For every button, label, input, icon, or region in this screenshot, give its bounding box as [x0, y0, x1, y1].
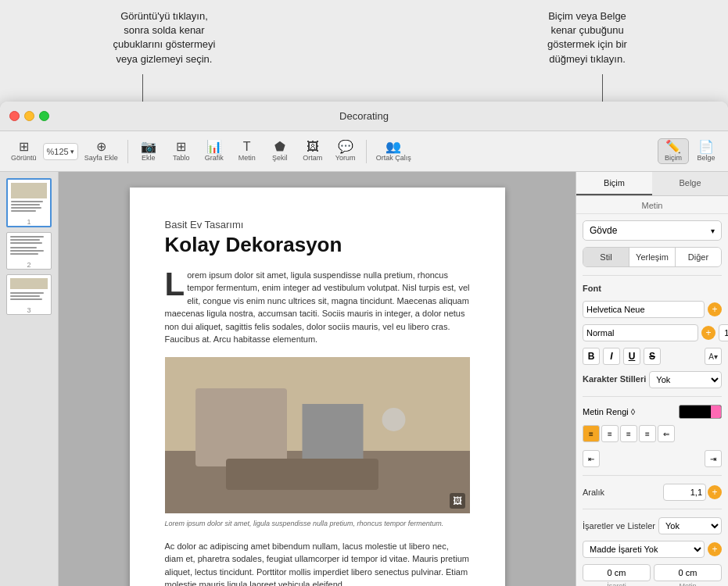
format-icon: ✏️	[665, 141, 681, 153]
doc-page: Basit Ev Tasarımı Kolay Dekorasyon L ore…	[130, 188, 505, 586]
color-row: Metin Rengi ◊	[583, 405, 722, 419]
tab-document[interactable]: Belge	[652, 172, 728, 195]
page-num-1: 1	[8, 218, 50, 226]
style-dropdown[interactable]: Gövde ▾	[583, 220, 722, 241]
align-right-button[interactable]: ≡	[620, 425, 637, 442]
style-layout-other-buttons: Stil Yerleşim Diğer	[583, 247, 722, 267]
char-styles-row: Karakter Stilleri Yok	[583, 371, 722, 388]
maximize-button[interactable]	[39, 111, 49, 121]
toolbar-sep-1	[127, 140, 128, 163]
text-color-label: Metin Rengi ◊	[583, 407, 635, 416]
comment-label: Yorum	[335, 154, 356, 162]
font-name-input[interactable]	[583, 301, 705, 318]
collab-icon: 👥	[386, 141, 401, 153]
panel-body: Gövde ▾ Stil Yerleşim Diğer Font +	[576, 214, 728, 586]
callout-right-text: Biçim veya Belge kenar çubuğunu gösterme…	[547, 10, 627, 65]
callout-right-arrow	[602, 74, 603, 105]
table-icon: ⊞	[176, 141, 186, 153]
format-row-right: A▾	[705, 348, 722, 365]
indent-isareti-col: İşareti	[583, 564, 651, 586]
underline-button[interactable]: U	[623, 348, 640, 365]
btn-yerlesim[interactable]: Yerleşim	[629, 248, 676, 266]
text-color-button[interactable]: A▾	[705, 348, 722, 365]
thumb3-img	[10, 278, 48, 289]
toolbar-zoom[interactable]: %125 ▾	[43, 143, 78, 160]
doc-title: Kolay Dekorasyon	[165, 234, 470, 256]
indent-metin-col: Metin	[654, 564, 722, 586]
panel-tabs: Biçim Belge	[576, 172, 728, 196]
indent-isareti-input[interactable]	[583, 564, 651, 581]
toolbar-shape-button[interactable]: ⬟ Şekil	[264, 139, 296, 163]
toolbar-text-button[interactable]: T Metin	[231, 139, 263, 163]
page-thumb-1[interactable]: 1	[6, 178, 52, 227]
indent-increase-button[interactable]: ⇥	[705, 450, 722, 467]
document-label: Belge	[697, 154, 715, 162]
collab-label: Ortak Çalış	[376, 154, 411, 162]
madde-add-button[interactable]: +	[708, 542, 722, 556]
char-styles-label: Karakter Stilleri	[583, 374, 646, 384]
strikethrough-button[interactable]: S	[644, 348, 661, 365]
toolbar-format-button[interactable]: ✏️ Biçim	[658, 138, 689, 164]
style-dropdown-chevron: ▾	[711, 227, 715, 235]
thumb-line-4	[11, 210, 36, 212]
font-size-input[interactable]	[719, 324, 728, 341]
spacing-add-icon: +	[712, 487, 717, 498]
table-label: Tablo	[173, 154, 190, 162]
toolbar-table-button[interactable]: ⊞ Tablo	[166, 139, 197, 163]
align-justify-button[interactable]: ≡	[639, 425, 656, 442]
window-title: Decorating	[339, 110, 389, 122]
toolbar-media-button[interactable]: 🖼 Ortam	[297, 139, 328, 163]
indent-decrease-button[interactable]: ⇤	[583, 450, 600, 467]
media-icon: 🖼	[307, 141, 319, 153]
panel-section-title: Metin	[576, 196, 728, 214]
align-rtl-button[interactable]: ⇐	[658, 425, 675, 442]
toolbar-page-add-button[interactable]: ⊕ Sayfa Ekle	[80, 139, 123, 163]
doc-image: 🖼	[165, 357, 470, 513]
btn-stil[interactable]: Stil	[583, 248, 629, 266]
thumb-line-1	[11, 201, 43, 202]
char-styles-select[interactable]: Yok	[649, 371, 722, 388]
spacing-add-button[interactable]: +	[708, 485, 722, 499]
madde-select[interactable]: Madde İşareti Yok	[583, 541, 705, 558]
btn-diger[interactable]: Diğer	[676, 248, 721, 266]
thumb3-line-1	[10, 292, 44, 294]
toolbar-chart-button[interactable]: 📊 Grafik	[199, 139, 230, 163]
align-center-button[interactable]: ≡	[601, 425, 619, 442]
font-style-input[interactable]	[583, 324, 698, 341]
page-num-3: 3	[7, 306, 51, 314]
page-thumb-2-content	[7, 233, 51, 259]
toolbar-view-button[interactable]: ⊞ Görüntü	[6, 139, 41, 163]
font-add-button[interactable]: +	[708, 302, 722, 316]
tab-format[interactable]: Biçim	[576, 172, 652, 195]
page-thumb-3[interactable]: 3	[6, 274, 52, 315]
color-swatch[interactable]	[679, 405, 722, 419]
svg-point-5	[382, 408, 405, 431]
font-style-add-button[interactable]: +	[701, 326, 715, 340]
style-dropdown-value: Gövde	[590, 225, 617, 236]
font-row: +	[583, 301, 722, 318]
toolbar-document-button[interactable]: 📄 Belge	[690, 139, 722, 163]
page-add-label: Sayfa Ekle	[84, 154, 118, 162]
thumb2-line-4	[10, 247, 37, 248]
thumb2-line-5	[10, 250, 44, 252]
italic-button[interactable]: I	[603, 348, 620, 365]
toolbar-comment-button[interactable]: 💬 Yorum	[330, 139, 361, 163]
indent-metin-input[interactable]	[654, 564, 722, 581]
font-style-add-icon: +	[705, 327, 711, 338]
spacing-input[interactable]	[663, 484, 706, 501]
traffic-lights	[0, 111, 49, 121]
page-panel: 1 2	[0, 172, 59, 586]
main-area: 1 2	[0, 172, 728, 586]
divider-1	[583, 275, 722, 276]
bold-button[interactable]: B	[583, 348, 600, 365]
toolbar-collab-button[interactable]: 👥 Ortak Çalış	[371, 139, 416, 163]
close-button[interactable]	[9, 111, 20, 121]
toolbar-insert-button[interactable]: 📷 Ekle	[133, 139, 164, 163]
page-add-icon: ⊕	[96, 141, 106, 153]
minimize-button[interactable]	[24, 111, 34, 121]
lists-select[interactable]: Yok	[658, 517, 722, 534]
doc-canvas[interactable]: Basit Ev Tasarımı Kolay Dekorasyon L ore…	[59, 172, 576, 586]
align-left-button[interactable]: ≡	[583, 425, 600, 442]
page-thumb-2[interactable]: 2	[6, 232, 52, 270]
align-indent-row: ⇤ ⇥	[583, 450, 722, 467]
